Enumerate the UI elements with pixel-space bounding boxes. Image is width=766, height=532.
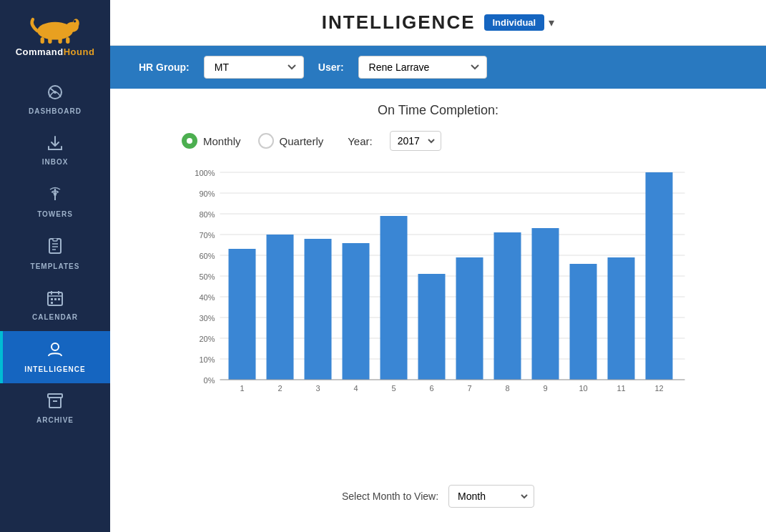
page-title: INTELLIGENCE: [322, 11, 476, 34]
svg-text:1: 1: [240, 384, 244, 393]
active-indicator: [0, 331, 3, 383]
user-select[interactable]: Rene Larrave: [358, 56, 487, 79]
chart-title: On Time Completion:: [139, 103, 737, 118]
bar-7: [456, 257, 483, 380]
dashboard-icon: [46, 84, 64, 104]
sidebar-item-towers[interactable]: TOWERS: [0, 176, 110, 228]
quarterly-label: Quarterly: [280, 135, 324, 147]
hr-group-select[interactable]: MT: [204, 56, 304, 79]
sidebar-item-archive[interactable]: ARCHIVE: [0, 383, 110, 434]
logo-text: CommandHound: [16, 46, 95, 57]
svg-rect-21: [54, 298, 57, 300]
header-chevron-icon[interactable]: ▾: [549, 16, 554, 29]
inbox-label: INBOX: [42, 158, 69, 166]
bar-8: [494, 232, 521, 380]
logo: CommandHound: [0, 0, 110, 67]
year-select[interactable]: 2017 2016 2015: [390, 131, 441, 151]
bar-chart: 100% 90% 80% 70% 60% 50% 40% 30% 20% 10%…: [139, 165, 737, 394]
sidebar-item-templates[interactable]: TEMPLATES: [0, 228, 110, 280]
sidebar-item-dashboard[interactable]: DASHBOARD: [0, 74, 110, 125]
templates-label: TEMPLATES: [31, 262, 80, 270]
bar-1: [229, 249, 256, 380]
archive-label: ARCHIVE: [36, 416, 74, 424]
monthly-radio-circle[interactable]: [182, 133, 197, 149]
bar-5: [380, 216, 408, 380]
svg-rect-4: [41, 37, 44, 44]
svg-text:11: 11: [617, 384, 625, 393]
svg-text:60%: 60%: [199, 252, 215, 260]
svg-text:7: 7: [467, 384, 471, 393]
svg-rect-6: [58, 37, 62, 44]
intelligence-label: INTELLIGENCE: [24, 365, 85, 373]
header: INTELLIGENCE Individual ▾: [110, 0, 766, 46]
bar-3: [305, 239, 332, 380]
svg-text:30%: 30%: [199, 314, 215, 322]
bar-10: [570, 264, 597, 380]
chart-controls: Monthly Quarterly Year: 2017 2016 2015: [139, 131, 737, 151]
svg-text:40%: 40%: [199, 293, 215, 302]
svg-text:80%: 80%: [199, 210, 215, 219]
monthly-radio[interactable]: Monthly: [182, 133, 241, 149]
svg-rect-26: [49, 398, 61, 408]
sidebar-item-calendar[interactable]: CALENDAR: [0, 280, 110, 331]
svg-point-24: [51, 343, 59, 350]
dashboard-label: DASHBOARD: [29, 107, 82, 115]
svg-point-3: [74, 20, 77, 23]
chart-container: 100% 90% 80% 70% 60% 50% 40% 30% 20% 10%…: [139, 165, 737, 475]
svg-text:8: 8: [505, 384, 509, 393]
sidebar-nav: DASHBOARD INBOX: [0, 74, 110, 434]
month-select[interactable]: Month January February March April May J…: [448, 485, 534, 508]
content-area: On Time Completion: Monthly Quarterly Ye…: [110, 89, 766, 532]
svg-text:10: 10: [579, 384, 587, 393]
svg-text:70%: 70%: [199, 231, 215, 240]
svg-rect-23: [51, 302, 53, 304]
svg-point-10: [54, 193, 57, 196]
bar-11: [608, 257, 635, 380]
svg-text:2: 2: [278, 384, 282, 393]
svg-point-2: [73, 19, 79, 27]
year-label: Year:: [348, 135, 372, 147]
svg-text:10%: 10%: [199, 355, 215, 364]
calendar-icon: [47, 290, 63, 310]
svg-rect-5: [48, 37, 51, 44]
calendar-label: CALENDAR: [32, 313, 78, 321]
svg-text:50%: 50%: [199, 272, 215, 281]
archive-icon: [47, 393, 63, 413]
svg-rect-15: [53, 238, 57, 241]
svg-text:12: 12: [654, 384, 663, 393]
select-month-label: Select Month to View:: [342, 491, 438, 502]
user-label: User:: [318, 61, 344, 73]
bar-9: [532, 228, 559, 380]
svg-rect-20: [51, 298, 53, 300]
monthly-label: Monthly: [203, 135, 241, 147]
bar-4: [343, 243, 370, 380]
bar-12: [646, 172, 673, 380]
intelligence-icon: [46, 341, 64, 363]
svg-text:90%: 90%: [199, 189, 215, 198]
svg-text:4: 4: [353, 384, 358, 393]
main-content: INTELLIGENCE Individual ▾ HR Group: MT U…: [110, 0, 766, 532]
svg-text:9: 9: [543, 384, 547, 393]
hr-group-label: HR Group:: [139, 61, 190, 73]
filter-bar: HR Group: MT User: Rene Larrave: [110, 46, 766, 89]
svg-text:6: 6: [429, 384, 433, 393]
sidebar-item-intelligence[interactable]: INTELLIGENCE: [0, 331, 110, 383]
towers-label: TOWERS: [37, 210, 73, 218]
svg-text:0%: 0%: [204, 376, 215, 385]
svg-text:5: 5: [391, 384, 396, 393]
quarterly-radio[interactable]: Quarterly: [258, 133, 324, 149]
view-mode-badge[interactable]: Individual: [484, 14, 545, 31]
templates-icon: [47, 238, 63, 260]
inbox-icon: [46, 135, 64, 155]
svg-text:20%: 20%: [199, 335, 215, 343]
quarterly-radio-circle[interactable]: [258, 133, 274, 149]
bottom-controls: Select Month to View: Month January Febr…: [139, 475, 737, 518]
svg-text:100%: 100%: [195, 169, 215, 177]
svg-text:3: 3: [315, 384, 320, 393]
sidebar-item-inbox[interactable]: INBOX: [0, 125, 110, 176]
towers-icon: [46, 186, 64, 207]
bar-2: [267, 235, 294, 380]
svg-rect-7: [66, 37, 69, 44]
logo-dog-icon: [26, 13, 84, 45]
bar-6: [418, 274, 446, 380]
